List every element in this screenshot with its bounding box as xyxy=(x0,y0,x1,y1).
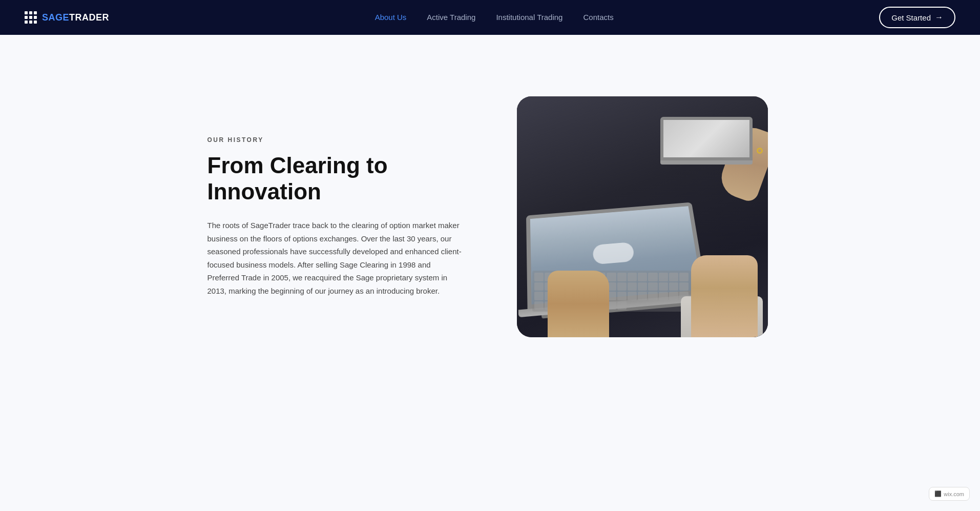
wix-label: wix.com xyxy=(944,491,964,497)
cloud-shape xyxy=(592,242,634,264)
nav-about[interactable]: About Us xyxy=(375,13,407,22)
laptop-bg-screen xyxy=(660,117,753,160)
laptop-scene xyxy=(517,96,768,337)
section-heading: From Clearing to Innovation xyxy=(207,153,464,205)
navbar: SAGETRADER About Us Active Trading Insti… xyxy=(0,0,980,35)
laptop-background xyxy=(660,117,753,178)
laptop-bg-base xyxy=(660,160,753,165)
nav-institutional-trading[interactable]: Institutional Trading xyxy=(496,13,562,22)
get-started-label: Get Started xyxy=(891,13,931,22)
history-section: OUR HISTORY From Clearing to Innovation … xyxy=(183,35,798,378)
section-label: OUR HISTORY xyxy=(207,136,464,144)
nav-links: About Us Active Trading Institutional Tr… xyxy=(375,13,614,22)
nav-contacts[interactable]: Contacts xyxy=(583,13,613,22)
history-image-block xyxy=(517,96,773,337)
wix-icon: ⬛ xyxy=(934,490,942,497)
history-image xyxy=(517,96,768,337)
arrow-right-icon: → xyxy=(935,13,943,22)
section-body: The roots of SageTrader trace back to th… xyxy=(207,219,464,297)
main-content: OUR HISTORY From Clearing to Innovation … xyxy=(0,0,980,511)
wix-badge: ⬛ wix.com xyxy=(929,487,970,501)
hand-foreground-right xyxy=(691,255,758,337)
hand-foreground-left xyxy=(548,271,609,337)
history-text-block: OUR HISTORY From Clearing to Innovation … xyxy=(207,136,464,297)
get-started-button[interactable]: Get Started → xyxy=(879,7,955,28)
logo[interactable]: SAGETRADER xyxy=(25,11,109,24)
logo-text: SAGETRADER xyxy=(42,12,109,23)
ring-icon xyxy=(757,148,763,154)
logo-grid-icon xyxy=(25,11,37,24)
nav-active-trading[interactable]: Active Trading xyxy=(427,13,475,22)
